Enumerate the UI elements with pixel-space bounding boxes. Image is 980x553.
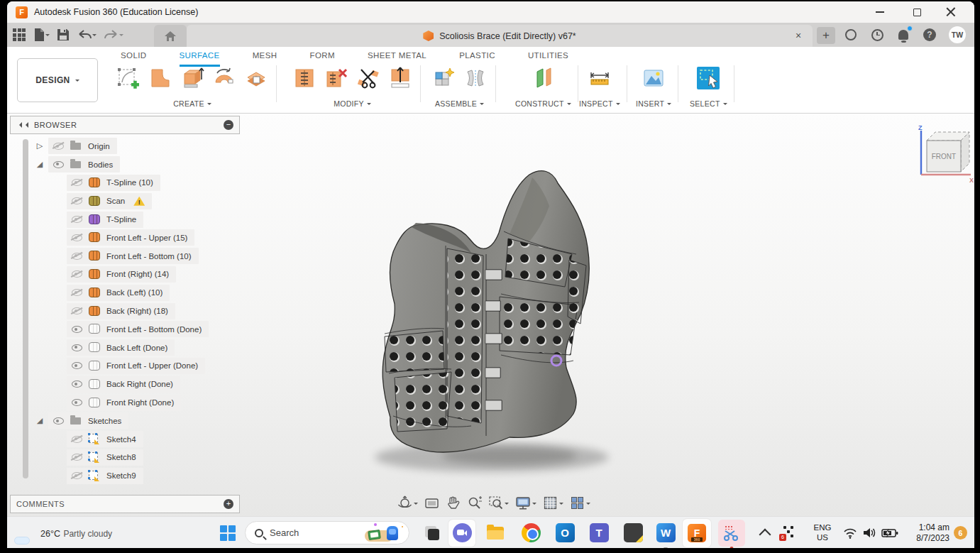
snipping-tool-button[interactable] [718, 517, 745, 548]
stitch-button[interactable] [291, 65, 318, 92]
battery-icon[interactable] [881, 517, 898, 548]
viewport-canvas[interactable]: BROWSER Origin [7, 114, 974, 516]
visibility-toggle-icon[interactable] [70, 379, 83, 389]
pan-icon[interactable] [444, 494, 462, 512]
tree-row[interactable]: Sketches [10, 412, 244, 430]
visibility-toggle-icon[interactable] [52, 141, 65, 151]
expander-icon[interactable] [53, 434, 64, 445]
view-cube[interactable]: FRONT Z X [910, 124, 974, 185]
word-button[interactable]: W [653, 517, 678, 548]
browser-minimize-icon[interactable] [224, 120, 233, 130]
hidden-icons-chevron[interactable] [761, 517, 769, 548]
design-workspace-selector[interactable]: DESIGN [17, 58, 98, 102]
undo-button[interactable] [77, 29, 97, 40]
visibility-toggle-icon[interactable] [70, 288, 83, 297]
scoliosis-brace-model[interactable] [339, 155, 644, 481]
clock-widget[interactable]: 1:04 am 8/7/2023 [905, 517, 949, 548]
expander-icon[interactable] [53, 195, 64, 207]
expander-icon[interactable] [53, 251, 64, 262]
expander-icon[interactable] [53, 232, 64, 243]
grid-snap-icon[interactable] [541, 494, 565, 512]
mirror-button[interactable] [462, 65, 489, 92]
tree-row[interactable]: Back Left (Done) [10, 339, 244, 357]
tree-row[interactable]: Back (Right) (18) [10, 302, 244, 320]
notification-count-badge[interactable]: 6 [954, 517, 967, 548]
visibility-toggle-icon[interactable] [52, 160, 65, 170]
visibility-toggle-icon[interactable] [70, 324, 83, 334]
expander-icon[interactable] [53, 451, 64, 463]
job-status-icon[interactable] [870, 28, 884, 42]
home-button[interactable] [154, 25, 187, 47]
document-tab[interactable]: Scoliosis Brace (Edit Directly) v67* × [187, 25, 813, 47]
tree-row[interactable]: Bodies [10, 155, 244, 174]
account-avatar[interactable]: TW [949, 26, 966, 43]
look-at-icon[interactable] [423, 494, 441, 512]
extend-button[interactable] [387, 65, 414, 92]
tree-row[interactable]: Front (Right) (14) [10, 265, 244, 284]
fusion-taskbar-button[interactable]: F360 [683, 517, 711, 548]
select-button[interactable] [695, 65, 722, 92]
zoom-icon[interactable] [466, 494, 483, 512]
comments-bar[interactable]: COMMENTS [10, 495, 240, 513]
search-box[interactable]: Search [245, 521, 409, 544]
display-settings-icon[interactable] [514, 494, 538, 512]
visibility-toggle-icon[interactable] [70, 214, 83, 224]
assemble-group-label[interactable]: ASSEMBLE [435, 99, 484, 108]
visibility-toggle-icon[interactable] [70, 452, 83, 462]
modify-group-label[interactable]: MODIFY [334, 99, 371, 108]
tree-row[interactable]: Back Right (Done) [10, 375, 244, 393]
expander-icon[interactable] [53, 470, 64, 481]
orbit-icon[interactable] [396, 494, 419, 512]
add-comment-icon[interactable] [224, 499, 233, 509]
visibility-toggle-icon[interactable] [52, 416, 65, 426]
tree-row[interactable]: Scan [10, 192, 244, 210]
teams-button[interactable]: T [586, 517, 612, 548]
expander-icon[interactable] [53, 305, 64, 317]
visibility-toggle-icon[interactable] [70, 471, 83, 481]
teams-chat-button[interactable] [448, 517, 475, 548]
unstitch-button[interactable] [323, 65, 350, 92]
fit-zoom-icon[interactable] [487, 494, 510, 512]
tree-row[interactable]: T-Spline [10, 210, 244, 229]
tree-row[interactable]: Back (Left) (10) [10, 283, 244, 302]
tree-row[interactable]: T-Spline (10) [10, 174, 244, 192]
patch-button[interactable] [147, 65, 174, 92]
tree-row[interactable]: Front Left - Upper (Done) [10, 357, 244, 376]
visibility-toggle-icon[interactable] [70, 398, 83, 407]
construct-group-label[interactable]: CONSTRUCT [515, 99, 571, 108]
volume-icon[interactable] [862, 517, 876, 548]
save-button[interactable] [57, 28, 70, 41]
expander-icon[interactable] [53, 287, 64, 298]
tray-app-icon[interactable]: 6 [781, 517, 796, 548]
expander-icon[interactable] [53, 214, 64, 225]
tree-row[interactable]: Sketch8 [10, 449, 244, 467]
browser-panel-header[interactable]: BROWSER [10, 116, 240, 134]
inspect-group-label[interactable]: INSPECT [579, 99, 620, 108]
language-switcher[interactable]: ENG US [810, 517, 835, 548]
tab-close-icon[interactable]: × [791, 28, 805, 43]
expander-icon[interactable] [53, 397, 64, 408]
visibility-toggle-icon[interactable] [70, 196, 83, 206]
file-menu-button[interactable] [33, 28, 50, 42]
thicken-button[interactable] [243, 65, 270, 92]
new-tab-button[interactable]: + [817, 27, 835, 44]
insert-group-label[interactable]: INSERT [636, 99, 671, 108]
expander-icon[interactable] [53, 360, 64, 371]
visibility-toggle-icon[interactable] [70, 306, 83, 316]
visibility-toggle-icon[interactable] [70, 434, 83, 444]
visibility-toggle-icon[interactable] [70, 269, 83, 279]
expander-icon[interactable] [34, 415, 45, 427]
select-group-label[interactable]: SELECT [690, 99, 727, 108]
outlook-button[interactable]: O [552, 517, 578, 548]
tree-row[interactable]: Front Left - Bottom (Done) [10, 320, 244, 339]
create-sketch-button[interactable] [115, 65, 142, 92]
close-button[interactable] [946, 7, 956, 17]
measure-button[interactable] [586, 65, 613, 92]
tree-row[interactable]: Origin [10, 137, 244, 155]
collapse-panel-icon[interactable] [16, 122, 28, 128]
expander-icon[interactable] [53, 342, 64, 354]
create-group-label[interactable]: CREATE [173, 99, 211, 108]
tree-row[interactable]: Sketch9 [10, 466, 244, 485]
visibility-toggle-icon[interactable] [70, 251, 83, 261]
notifications-bell-icon[interactable] [896, 28, 910, 42]
